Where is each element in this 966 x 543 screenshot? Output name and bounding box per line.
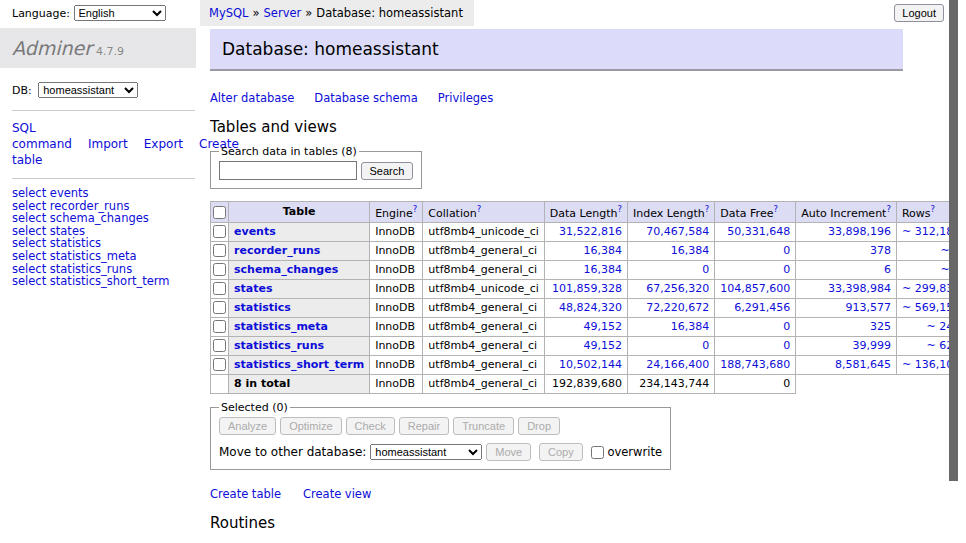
truncate-button[interactable]: Truncate: [453, 417, 514, 435]
repair-button[interactable]: Repair: [399, 417, 449, 435]
table-name-link[interactable]: statistics_meta: [234, 320, 328, 333]
data-length-link[interactable]: 31,522,816: [559, 225, 622, 238]
overwrite-label: overwrite: [607, 445, 662, 459]
table-name-link[interactable]: states: [234, 282, 273, 295]
search-button[interactable]: Search: [361, 162, 414, 180]
vertical-scrollbar[interactable]: [950, 0, 966, 543]
auto-increment-cell: 33,398,984: [796, 279, 897, 298]
table-row: recorder_runsInnoDButf8mb4_general_ci16,…: [211, 241, 966, 260]
tables-list: TableEngine?Collation?Data Length?Index …: [210, 201, 966, 394]
create-link-1[interactable]: Create view: [303, 487, 371, 501]
row-checkbox[interactable]: [213, 320, 226, 333]
row-checkbox[interactable]: [213, 358, 226, 371]
move-db-select[interactable]: homeassistant: [370, 444, 482, 460]
index-length-link[interactable]: 72,220,672: [646, 301, 709, 314]
table-link-2[interactable]: select schema_changes: [12, 212, 196, 225]
data-length-link[interactable]: 49,152: [584, 320, 623, 333]
index-length-cell: 16,384: [628, 317, 715, 336]
engine-cell: InnoDB: [370, 336, 423, 355]
data-free-link[interactable]: 0: [783, 263, 790, 276]
data-length-link[interactable]: 49,152: [584, 339, 623, 352]
help-link[interactable]: ?: [705, 204, 710, 214]
data-length-link[interactable]: 101,859,328: [552, 282, 622, 295]
drop-button[interactable]: Drop: [518, 417, 560, 435]
auto-increment-link[interactable]: 325: [870, 320, 891, 333]
table-name-link[interactable]: statistics: [234, 301, 291, 314]
table-name-link[interactable]: events: [234, 225, 276, 238]
row-checkbox[interactable]: [213, 244, 226, 257]
data-length-link[interactable]: 10,502,144: [559, 358, 622, 371]
check-button[interactable]: Check: [346, 417, 395, 435]
index-length-link[interactable]: 67,256,320: [646, 282, 709, 295]
row-checkbox[interactable]: [213, 339, 226, 352]
table-link-0[interactable]: select events: [12, 187, 196, 200]
auto-increment-link[interactable]: 913,577: [845, 301, 891, 314]
data-length-link[interactable]: 48,824,320: [559, 301, 622, 314]
row-checkbox[interactable]: [213, 282, 226, 295]
copy-button[interactable]: Copy: [539, 443, 583, 461]
create-link-0[interactable]: Create table: [210, 487, 281, 501]
data-length-link[interactable]: 16,384: [584, 244, 623, 257]
help-link[interactable]: ?: [886, 204, 891, 214]
table-name-link[interactable]: recorder_runs: [234, 244, 320, 257]
data-free-link[interactable]: 188,743,680: [720, 358, 790, 371]
data-free-link[interactable]: 6,291,456: [734, 301, 790, 314]
menu-link-0[interactable]: SQL command: [12, 121, 72, 151]
database-actions: Alter databaseDatabase schemaPrivileges: [210, 91, 903, 105]
analyze-button[interactable]: Analyze: [219, 417, 276, 435]
action-link-2[interactable]: Privileges: [438, 91, 493, 105]
auto-increment-link[interactable]: 33,398,984: [828, 282, 891, 295]
table-name-link[interactable]: schema_changes: [234, 263, 338, 276]
data-free-link[interactable]: 50,331,648: [727, 225, 790, 238]
help-link[interactable]: ?: [773, 204, 778, 214]
scrollbar-thumb[interactable]: [949, 0, 958, 481]
menu-link-1[interactable]: Import: [88, 137, 128, 151]
index-length-link[interactable]: 24,166,400: [646, 358, 709, 371]
table-name-cell: statistics: [229, 298, 370, 317]
index-length-link[interactable]: 16,384: [671, 244, 710, 257]
engine-cell: InnoDB: [370, 355, 423, 374]
help-link[interactable]: ?: [618, 204, 623, 214]
menu-link-2[interactable]: Export: [144, 137, 183, 151]
index-length-cell: 0: [628, 260, 715, 279]
db-select[interactable]: homeassistant: [38, 82, 138, 98]
auto-increment-link[interactable]: 33,898,196: [828, 225, 891, 238]
table-name-link[interactable]: statistics_short_term: [234, 358, 364, 371]
help-link[interactable]: ?: [413, 204, 418, 214]
action-link-1[interactable]: Database schema: [314, 91, 417, 105]
auto-increment-link[interactable]: 378: [870, 244, 891, 257]
auto-increment-link[interactable]: 39,999: [852, 339, 891, 352]
search-input[interactable]: [219, 161, 357, 180]
optimize-button[interactable]: Optimize: [280, 417, 341, 435]
index-length-link[interactable]: 70,467,584: [646, 225, 709, 238]
table-link-7[interactable]: select statistics_short_term: [12, 275, 196, 288]
auto-increment-link[interactable]: 8,581,645: [835, 358, 891, 371]
table-name-link[interactable]: statistics_runs: [234, 339, 324, 352]
data-free-link[interactable]: 0: [783, 244, 790, 257]
table-row: statistics_metaInnoDButf8mb4_general_ci4…: [211, 317, 966, 336]
data-free-link[interactable]: 0: [783, 320, 790, 333]
index-length-cell: 72,220,672: [628, 298, 715, 317]
action-link-0[interactable]: Alter database: [210, 91, 294, 105]
app-logo: Adminer4.7.9: [0, 28, 196, 68]
help-link[interactable]: ?: [477, 204, 482, 214]
row-checkbox[interactable]: [213, 301, 226, 314]
help-link[interactable]: ?: [931, 204, 936, 214]
collation-cell: utf8mb4_general_ci: [423, 298, 544, 317]
select-all-checkbox[interactable]: [213, 206, 226, 219]
index-length-link[interactable]: 16,384: [671, 320, 710, 333]
index-length-link[interactable]: 0: [702, 339, 709, 352]
data-free-link[interactable]: 0: [783, 339, 790, 352]
row-checkbox[interactable]: [213, 263, 226, 276]
index-length-cell: 24,166,400: [628, 355, 715, 374]
index-length-link[interactable]: 0: [702, 263, 709, 276]
data-free-link[interactable]: 104,857,600: [720, 282, 790, 295]
auto-increment-cell: 325: [796, 317, 897, 336]
move-row: Move to other database:homeassistantMove…: [219, 443, 662, 461]
auto-increment-link[interactable]: 6: [884, 263, 891, 276]
data-length-link[interactable]: 16,384: [584, 263, 623, 276]
table-link-5[interactable]: select statistics_meta: [12, 250, 196, 263]
row-checkbox[interactable]: [213, 225, 226, 238]
move-button[interactable]: Move: [486, 443, 531, 461]
overwrite-checkbox[interactable]: [591, 446, 604, 459]
